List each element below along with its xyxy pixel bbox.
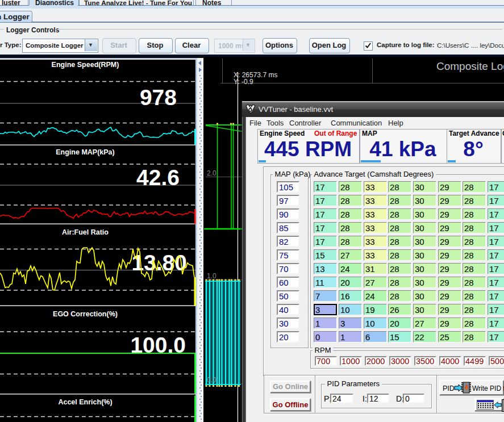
svg-text:Engine Speed(RPM): Engine Speed(RPM) (52, 61, 119, 69)
svg-text:42.6: 42.6 (136, 165, 180, 190)
svg-text:Accel Enrich(%): Accel Enrich(%) (58, 398, 112, 406)
svg-text:0.0: 0.0 (207, 376, 216, 384)
svg-text:Y: -0.9: Y: -0.9 (234, 78, 253, 86)
svg-text:Composite Logger: Composite Logger (436, 60, 504, 72)
svg-text:2.0: 2.0 (207, 169, 216, 177)
svg-text:Air:Fuel Ratio: Air:Fuel Ratio (62, 228, 109, 236)
svg-text:EGO Correction(%): EGO Correction(%) (53, 310, 118, 318)
svg-text:978: 978 (140, 85, 177, 110)
svg-text:1.0: 1.0 (207, 272, 216, 280)
svg-text:Engine MAP(kPa): Engine MAP(kPa) (56, 148, 115, 156)
